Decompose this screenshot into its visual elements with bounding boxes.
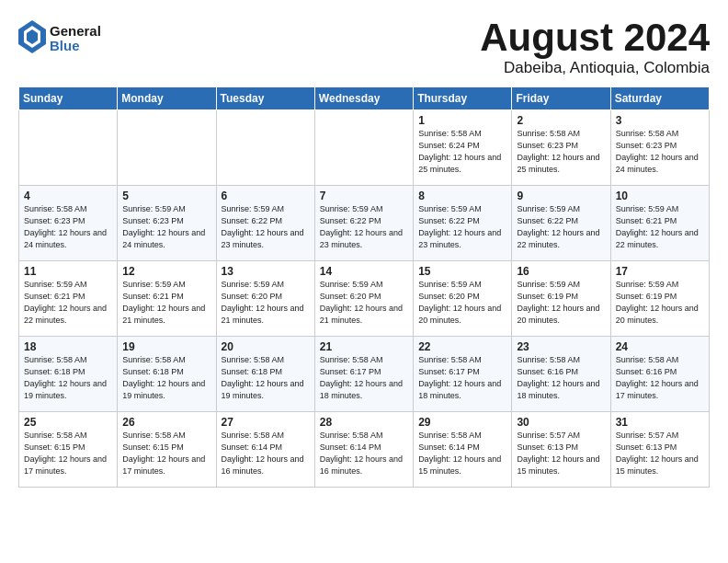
day-info: Sunrise: 5:58 AMSunset: 6:15 PMDaylight:… [122,430,210,477]
day-info: Sunrise: 5:59 AMSunset: 6:21 PMDaylight:… [616,203,704,251]
day-number: 10 [616,190,704,202]
table-cell: 20Sunrise: 5:58 AMSunset: 6:18 PMDayligh… [216,337,314,412]
day-info: Sunrise: 5:59 AMSunset: 6:20 PMDaylight:… [222,279,310,327]
table-cell [216,110,314,186]
col-sunday: Sunday [19,87,118,110]
day-number: 13 [222,265,310,278]
table-cell: 4Sunrise: 5:58 AMSunset: 6:23 PMDaylight… [19,186,118,261]
day-number: 14 [320,265,408,278]
day-number: 26 [122,416,210,429]
day-number: 21 [320,340,408,353]
table-cell: 13Sunrise: 5:59 AMSunset: 6:20 PMDayligh… [216,261,314,337]
day-number: 8 [418,190,506,202]
day-number: 3 [616,114,704,127]
table-cell: 24Sunrise: 5:58 AMSunset: 6:16 PMDayligh… [610,337,709,412]
table-cell: 30Sunrise: 5:57 AMSunset: 6:13 PMDayligh… [512,412,610,488]
day-info: Sunrise: 5:59 AMSunset: 6:21 PMDaylight:… [24,279,112,327]
day-info: Sunrise: 5:59 AMSunset: 6:22 PMDaylight:… [418,203,506,251]
day-number: 11 [24,265,112,278]
col-tuesday: Tuesday [216,87,314,110]
logo-blue: Blue [50,39,101,54]
day-info: Sunrise: 5:58 AMSunset: 6:14 PMDaylight:… [418,430,506,477]
table-cell: 17Sunrise: 5:59 AMSunset: 6:19 PMDayligh… [610,261,709,337]
day-number: 22 [418,340,506,353]
table-cell [19,110,118,186]
day-number: 6 [222,190,310,202]
day-info: Sunrise: 5:59 AMSunset: 6:23 PMDaylight:… [122,203,210,251]
day-info: Sunrise: 5:59 AMSunset: 6:19 PMDaylight:… [616,279,704,327]
day-number: 31 [616,416,704,429]
logo: General Blue [18,20,101,57]
day-info: Sunrise: 5:58 AMSunset: 6:23 PMDaylight:… [616,128,704,176]
day-number: 2 [517,114,605,127]
table-cell [118,110,216,186]
day-info: Sunrise: 5:57 AMSunset: 6:13 PMDaylight:… [517,430,605,477]
table-cell: 27Sunrise: 5:58 AMSunset: 6:14 PMDayligh… [216,412,314,488]
day-number: 9 [517,190,605,202]
table-cell: 3Sunrise: 5:58 AMSunset: 6:23 PMDaylight… [610,110,709,186]
table-cell: 12Sunrise: 5:59 AMSunset: 6:21 PMDayligh… [118,261,216,337]
day-number: 23 [517,340,605,353]
day-number: 4 [24,190,112,202]
table-cell: 19Sunrise: 5:58 AMSunset: 6:18 PMDayligh… [118,337,216,412]
day-info: Sunrise: 5:59 AMSunset: 6:20 PMDaylight:… [320,279,408,327]
day-number: 16 [517,265,605,278]
table-cell: 29Sunrise: 5:58 AMSunset: 6:14 PMDayligh… [414,412,512,488]
day-info: Sunrise: 5:58 AMSunset: 6:14 PMDaylight:… [320,430,408,477]
table-cell: 14Sunrise: 5:59 AMSunset: 6:20 PMDayligh… [314,261,413,337]
day-info: Sunrise: 5:59 AMSunset: 6:21 PMDaylight:… [122,279,210,327]
day-info: Sunrise: 5:58 AMSunset: 6:23 PMDaylight:… [24,203,112,251]
table-cell: 10Sunrise: 5:59 AMSunset: 6:21 PMDayligh… [610,186,709,261]
day-info: Sunrise: 5:58 AMSunset: 6:24 PMDaylight:… [418,128,506,176]
logo-general: General [50,24,101,40]
table-cell: 15Sunrise: 5:59 AMSunset: 6:20 PMDayligh… [414,261,512,337]
table-cell: 21Sunrise: 5:58 AMSunset: 6:17 PMDayligh… [314,337,413,412]
table-cell: 8Sunrise: 5:59 AMSunset: 6:22 PMDaylight… [414,186,512,261]
table-cell: 9Sunrise: 5:59 AMSunset: 6:22 PMDaylight… [512,186,610,261]
day-number: 7 [320,190,408,202]
day-number: 5 [122,190,210,202]
header-row: Sunday Monday Tuesday Wednesday Thursday… [19,87,710,110]
day-number: 12 [122,265,210,278]
day-number: 24 [616,340,704,353]
day-info: Sunrise: 5:58 AMSunset: 6:17 PMDaylight:… [320,354,408,402]
table-cell [314,110,413,186]
day-info: Sunrise: 5:58 AMSunset: 6:18 PMDaylight:… [222,354,310,402]
col-wednesday: Wednesday [314,87,413,110]
logo-icon [18,20,46,57]
table-cell: 25Sunrise: 5:58 AMSunset: 6:15 PMDayligh… [19,412,118,488]
table-cell: 1Sunrise: 5:58 AMSunset: 6:24 PMDaylight… [414,110,512,186]
day-number: 25 [24,416,112,429]
day-info: Sunrise: 5:59 AMSunset: 6:22 PMDaylight:… [517,203,605,251]
table-cell: 22Sunrise: 5:58 AMSunset: 6:17 PMDayligh… [414,337,512,412]
col-thursday: Thursday [414,87,512,110]
day-info: Sunrise: 5:58 AMSunset: 6:18 PMDaylight:… [24,354,112,402]
day-number: 20 [222,340,310,353]
logo-text: General Blue [50,24,101,54]
day-number: 29 [418,416,506,429]
day-number: 18 [24,340,112,353]
table-cell: 2Sunrise: 5:58 AMSunset: 6:23 PMDaylight… [512,110,610,186]
col-saturday: Saturday [610,87,709,110]
day-info: Sunrise: 5:58 AMSunset: 6:16 PMDaylight:… [616,354,704,402]
day-number: 1 [418,114,506,127]
day-number: 30 [517,416,605,429]
table-cell: 6Sunrise: 5:59 AMSunset: 6:22 PMDaylight… [216,186,314,261]
table-cell: 28Sunrise: 5:58 AMSunset: 6:14 PMDayligh… [314,412,413,488]
day-info: Sunrise: 5:59 AMSunset: 6:22 PMDaylight:… [320,203,408,251]
day-number: 27 [222,416,310,429]
title-block: August 2024 Dabeiba, Antioquia, Colombia [480,17,710,77]
table-cell: 11Sunrise: 5:59 AMSunset: 6:21 PMDayligh… [19,261,118,337]
table-cell: 31Sunrise: 5:57 AMSunset: 6:13 PMDayligh… [610,412,709,488]
table-cell: 7Sunrise: 5:59 AMSunset: 6:22 PMDaylight… [314,186,413,261]
calendar-table: Sunday Monday Tuesday Wednesday Thursday… [18,86,710,488]
table-cell: 16Sunrise: 5:59 AMSunset: 6:19 PMDayligh… [512,261,610,337]
day-number: 19 [122,340,210,353]
month-title: August 2024 [480,17,710,59]
location-title: Dabeiba, Antioquia, Colombia [480,59,710,77]
col-monday: Monday [118,87,216,110]
day-info: Sunrise: 5:58 AMSunset: 6:14 PMDaylight:… [222,430,310,477]
col-friday: Friday [512,87,610,110]
day-number: 17 [616,265,704,278]
day-info: Sunrise: 5:59 AMSunset: 6:22 PMDaylight:… [222,203,310,251]
